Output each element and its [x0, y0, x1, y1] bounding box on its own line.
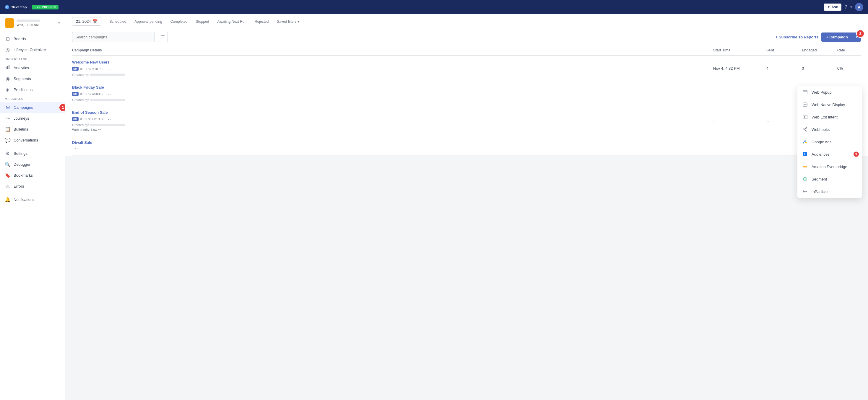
dropdown-item-web-exit[interactable]: Web Exit Intent [797, 111, 862, 123]
sidebar-item-settings[interactable]: ⚙ Settings [0, 148, 65, 159]
webhooks-icon [802, 126, 808, 132]
bulletins-icon: 📋 [5, 126, 11, 132]
dropdown-item-audiences[interactable]: f Audiences 3 [797, 148, 862, 160]
start-time-cell: - [713, 119, 766, 123]
svg-text:C: C [6, 6, 8, 9]
dropdown-item-label: mParticle [812, 189, 828, 194]
campaign-details-cell: Welcome New Users SM ID: 1730718132 ⋯ Cr… [72, 60, 713, 76]
profile-icon [5, 18, 14, 28]
svg-rect-4 [7, 66, 8, 69]
campaign-name[interactable]: Black Friday Sale [72, 85, 713, 90]
campaign-actions-button[interactable]: ⋯ [105, 66, 115, 72]
analytics-icon [5, 65, 11, 71]
sidebar-item-label: Errors [13, 184, 24, 188]
dropdown-item-mparticle[interactable]: mParticle [797, 185, 862, 197]
tab-completed[interactable]: Completed [167, 18, 191, 25]
start-time-cell: Nov 4, 4:32 PM [713, 66, 766, 71]
sidebar-item-analytics[interactable]: Analytics [0, 62, 65, 73]
campaign-actions-button[interactable]: ⋯ [105, 116, 115, 122]
dropdown-item-label: Google Ads [812, 140, 831, 144]
audiences-icon: f [802, 151, 808, 157]
sidebar-item-campaigns[interactable]: ✉ Campaigns 1 [0, 102, 65, 113]
add-campaign-button[interactable]: + Campaign [821, 32, 852, 42]
campaign-name[interactable]: Diwali Sale [72, 140, 713, 145]
profile-chevron-icon[interactable]: ▾ [58, 21, 60, 25]
tab-approval-pending[interactable]: Approval pending [131, 18, 165, 25]
sidebar-item-bookmarks[interactable]: 🔖 Bookmarks [0, 170, 65, 181]
bookmarks-icon: 🔖 [5, 173, 11, 178]
dropdown-item-label: Web Popup [812, 90, 832, 95]
sidebar-item-errors[interactable]: ⚠ Errors [0, 181, 65, 192]
created-by-bar [90, 73, 125, 76]
sidebar-item-conversations[interactable]: 💬 Conversations [0, 135, 65, 146]
sidebar-item-predictions[interactable]: ◈ Predictions [0, 84, 65, 95]
boards-icon: ⊞ [5, 36, 11, 42]
topnav-right: ✦ Ask ? ▾ A [824, 3, 863, 11]
svg-point-18 [803, 129, 805, 130]
tab-stopped[interactable]: Stopped [192, 18, 213, 25]
sidebar-profile[interactable]: Wed, 11:25 AM ▾ [0, 14, 65, 31]
amazon-icon: aws [802, 164, 808, 170]
sidebar-item-label: Journeys [13, 116, 29, 121]
sidebar-item-label: Lifecycle Optimizer [13, 48, 46, 52]
campaign-actions-button[interactable]: ⋯ [72, 145, 82, 151]
dropdown-item-segment[interactable]: Segment [797, 173, 862, 185]
svg-line-22 [804, 130, 806, 130]
edit-priority-icon[interactable]: ✏ [98, 128, 101, 132]
dropdown-item-amazon[interactable]: aws Amazon Eventbridge [797, 160, 862, 173]
rate-cell: 0% [837, 66, 861, 71]
avatar[interactable]: A [855, 3, 863, 11]
notifications-icon: 🔔 [5, 197, 11, 203]
understand-section-label: UNDERSTAND [0, 55, 65, 62]
sent-cell: -- [766, 91, 802, 96]
campaign-actions-button[interactable]: ⋯ [105, 91, 115, 97]
sidebar-item-debugger[interactable]: 🔍 Debugger [0, 159, 65, 170]
table-row: Welcome New Users SM ID: 1730718132 ⋯ Cr… [72, 56, 861, 81]
campaign-id: ID: 1730400082 [80, 92, 103, 96]
created-by: Created by: [72, 123, 713, 127]
help-icon[interactable]: ? [844, 4, 847, 10]
date-picker-button[interactable]: 21, 2024 📅 [72, 17, 101, 26]
web-popup-icon [802, 89, 808, 95]
campaigns-icon: ✉ [5, 104, 11, 110]
sidebar-item-lifecycle[interactable]: ◎ Lifecycle Optimizer [0, 44, 65, 55]
sidebar-item-segments[interactable]: ◉ Segments [0, 73, 65, 84]
sidebar-item-journeys[interactable]: ⤳ Journeys [0, 113, 65, 124]
dropdown-item-label: Web Exit Intent [812, 115, 838, 119]
tab-awaiting-next-run[interactable]: Awaiting Next Run [214, 18, 250, 25]
debugger-icon: 🔍 [5, 162, 11, 167]
filter-button[interactable] [158, 32, 168, 42]
created-by: Created by: [72, 73, 713, 76]
sidebar-item-boards[interactable]: ⊞ Boards [0, 33, 65, 44]
dropdown-item-google-ads[interactable]: Google Ads [797, 135, 862, 148]
sidebar-item-notifications[interactable]: 🔔 Notifications [0, 194, 65, 205]
sidebar-item-label: Analytics [13, 66, 29, 70]
journeys-icon: ⤳ [5, 116, 11, 121]
subscribe-to-reports-button[interactable]: + Subscribe To Reports [776, 35, 818, 39]
dropdown-item-webhooks[interactable]: Webhooks [797, 123, 862, 135]
web-exit-icon [802, 114, 808, 120]
sent-cell: 4 [766, 66, 802, 71]
main-content: 21, 2024 📅 Scheduled Approval pending Co… [65, 14, 868, 400]
header-rate: Rate [837, 48, 861, 52]
tab-rejected[interactable]: Rejected [251, 18, 272, 25]
dropdown-item-web-popup[interactable]: Web Popup [797, 86, 862, 98]
ask-button[interactable]: ✦ Ask [824, 4, 841, 11]
tab-saved-filters[interactable]: Saved filters ▾ [273, 18, 303, 25]
mparticle-icon [802, 188, 808, 194]
campaign-meta: SM ID: 1730400082 ⋯ [72, 91, 713, 97]
date-label: 21, 2024 [76, 19, 91, 24]
sidebar-item-bulletins[interactable]: 📋 Bulletins [0, 124, 65, 135]
search-input[interactable] [72, 32, 155, 42]
campaign-name[interactable]: Welcome New Users [72, 60, 713, 64]
dropdown-item-web-native[interactable]: Web Native Display [797, 98, 862, 111]
tab-scheduled[interactable]: Scheduled [106, 18, 130, 25]
audiences-badge-3: 3 [853, 151, 860, 157]
campaign-name[interactable]: End of Season Sale [72, 110, 713, 115]
svg-line-21 [804, 128, 806, 129]
header-start-time: Start Time [713, 48, 766, 52]
topnav-left: CleverTap C LIVE PROJECT [5, 4, 59, 10]
chevron-down-icon[interactable]: ▾ [850, 5, 852, 9]
logo[interactable]: CleverTap C [5, 4, 28, 10]
profile-time: Wed, 11:25 AM [17, 23, 56, 27]
